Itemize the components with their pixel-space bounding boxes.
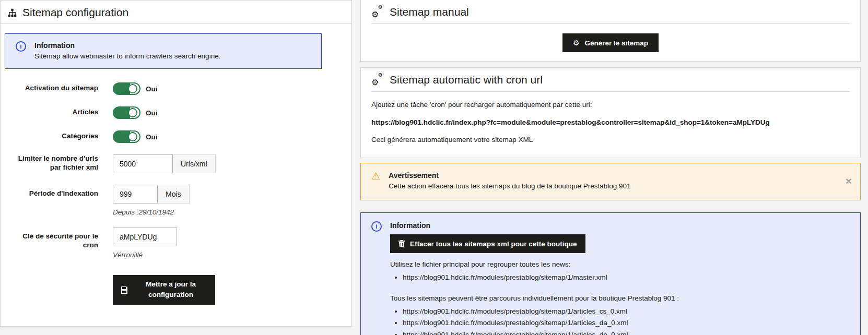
save-button-label: Mettre à jour la configuration bbox=[134, 279, 208, 301]
cron-panel-title-label: Sitemap automatic with cron url bbox=[390, 74, 543, 86]
cogs-icon: ⚙ ⚙ bbox=[371, 74, 383, 86]
toggle-knob bbox=[128, 84, 137, 93]
warning-alert-title: Avertissement bbox=[389, 171, 631, 180]
sitemap-config-form: Activation du sitemap Oui Articles Oui C… bbox=[1, 82, 351, 305]
info-alert-title: Information bbox=[34, 41, 220, 50]
master-url-list: https://blog901.hdclic.fr/modules/presta… bbox=[403, 273, 679, 282]
url-limit-input[interactable] bbox=[113, 154, 173, 173]
index-period-label: Période d'indexation bbox=[8, 185, 98, 198]
sitemap-settings-page: { "colors": { "accent-green": "#2e7d4f",… bbox=[0, 0, 868, 335]
info-alert-text: Sitemap allow webmaster to inform crawle… bbox=[34, 52, 220, 60]
list-item: https://blog901.hdclic.fr/modules/presta… bbox=[403, 273, 679, 282]
list-intro-text: Tous les sitemaps peuvent être parcourus… bbox=[390, 294, 679, 303]
index-period-help: Depuis :29/10/1942 bbox=[113, 208, 174, 216]
sitemap-icon bbox=[8, 8, 17, 17]
generate-button-label: Générer le sitemap bbox=[585, 39, 649, 47]
list-item: https://blog901.hdclic.fr/modules/presta… bbox=[403, 307, 679, 316]
toggle-state-label: Oui bbox=[146, 109, 158, 117]
cron-url: https://blog901.hdclic.fr/index.php?fc=m… bbox=[371, 118, 850, 127]
delete-button-label: Effacer tous les sitemaps xml pour cette… bbox=[410, 240, 577, 248]
sitemap-url-list: https://blog901.hdclic.fr/modules/presta… bbox=[403, 307, 679, 335]
url-limit-unit: Urls/xml bbox=[173, 154, 216, 173]
warning-alert-text: Cette action effacera tous les sitemaps … bbox=[389, 182, 631, 190]
toggle-state-label: Oui bbox=[146, 133, 158, 141]
sitemap-cron-panel: ⚙ ⚙ Sitemap automatic with cron url Ajou… bbox=[360, 67, 861, 158]
toggle-state-label: Oui bbox=[146, 85, 158, 93]
index-period-row: Période d'indexation Mois Depuis :29/10/… bbox=[1, 185, 351, 216]
cron-key-row: Clé de sécurité pour le cron Vérrouillé … bbox=[1, 228, 351, 305]
toggle-row-activation: Activation du sitemap Oui bbox=[1, 82, 351, 95]
categories-toggle[interactable] bbox=[113, 130, 140, 143]
sitemap-manual-panel: ⚙ ⚙ Sitemap manual ⚙ Générer le sitemap bbox=[360, 0, 861, 62]
warning-icon: ⚠ bbox=[371, 171, 380, 181]
list-item: https://blog901.hdclic.fr/modules/presta… bbox=[403, 330, 679, 335]
cron-note-text: Ceci générera automatiquement votre site… bbox=[371, 135, 850, 145]
page-title-label: Sitemap configuration bbox=[22, 6, 128, 19]
master-intro-text: Utilisez le fichier principal pour regro… bbox=[390, 260, 679, 269]
index-period-unit: Mois bbox=[158, 185, 190, 204]
activation-toggle[interactable] bbox=[113, 82, 140, 95]
panel-header: Sitemap configuration bbox=[1, 1, 351, 24]
url-limit-label: Limiter le nombre d'urls par fichier xml bbox=[8, 154, 98, 172]
toggle-label-categories: Catégories bbox=[8, 130, 98, 141]
right-column: ⚙ ⚙ Sitemap manual ⚙ Générer le sitemap … bbox=[360, 0, 861, 335]
cron-panel-title: ⚙ ⚙ Sitemap automatic with cron url bbox=[371, 68, 850, 92]
cron-key-input[interactable] bbox=[113, 228, 177, 246]
save-configuration-button[interactable]: Mettre à jour la configuration bbox=[113, 275, 215, 305]
close-icon[interactable]: × bbox=[846, 175, 852, 186]
trash-icon bbox=[398, 240, 405, 247]
articles-toggle[interactable] bbox=[113, 106, 140, 119]
gear-icon: ⚙ bbox=[573, 39, 580, 47]
toggle-label-articles: Articles bbox=[8, 106, 98, 117]
toggle-label-activation: Activation du sitemap bbox=[8, 82, 98, 93]
index-period-input[interactable] bbox=[113, 185, 158, 204]
cogs-icon: ⚙ ⚙ bbox=[371, 6, 383, 18]
info-icon: i bbox=[16, 41, 26, 52]
save-icon bbox=[120, 285, 128, 294]
delete-sitemaps-button[interactable]: Effacer tous les sitemaps xml pour cette… bbox=[390, 234, 585, 253]
manual-panel-title: ⚙ ⚙ Sitemap manual bbox=[371, 0, 850, 24]
url-limit-row: Limiter le nombre d'urls par fichier xml… bbox=[1, 154, 351, 173]
info-icon: i bbox=[371, 221, 382, 232]
page-title: Sitemap configuration bbox=[8, 6, 344, 19]
cron-key-help: Vérrouillé bbox=[113, 251, 143, 259]
cron-key-label: Clé de sécurité pour le cron bbox=[8, 228, 98, 250]
sitemap-configuration-panel: Sitemap configuration i Information Site… bbox=[0, 0, 352, 327]
sitemaps-info-alert: i Information Effacer tous les sitemaps … bbox=[360, 212, 861, 335]
cron-intro-text: Ajoutez une tâche 'cron' pour recharger … bbox=[371, 100, 850, 110]
toggle-row-categories: Catégories Oui bbox=[1, 130, 351, 143]
toggle-knob bbox=[128, 108, 137, 117]
manual-panel-title-label: Sitemap manual bbox=[390, 6, 469, 18]
list-item: https://blog901.hdclic.fr/modules/presta… bbox=[403, 318, 679, 328]
warning-alert: ⚠ Avertissement Cette action effacera to… bbox=[360, 163, 861, 200]
sitemaps-alert-title: Information bbox=[390, 221, 679, 230]
toggle-row-articles: Articles Oui bbox=[1, 106, 351, 119]
info-alert: i Information Sitemap allow webmaster to… bbox=[5, 33, 322, 69]
toggle-knob bbox=[128, 132, 137, 141]
generate-sitemap-button[interactable]: ⚙ Générer le sitemap bbox=[562, 33, 659, 52]
